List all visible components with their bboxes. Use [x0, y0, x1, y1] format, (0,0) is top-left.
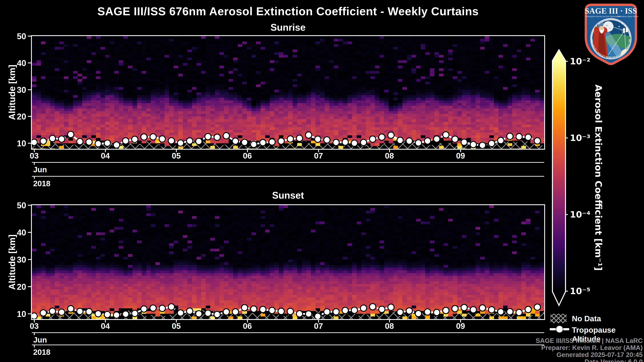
month-label: Jun: [33, 165, 47, 174]
month-axis-line: [32, 332, 544, 333]
colorbar: [548, 45, 573, 310]
credit-data-version: Data Version: 6.0.0: [458, 358, 643, 362]
ytick-label: 10: [0, 309, 26, 319]
credit-preparer: Preparer: Kevin R. Leavor (AMA): [458, 344, 643, 351]
ytick-label: 50: [0, 201, 26, 210]
ytick-label: 40: [0, 58, 26, 68]
ytick-label: 50: [0, 31, 26, 41]
ytick: [28, 232, 31, 233]
ytick-label: 20: [0, 282, 26, 292]
ytick: [28, 259, 31, 260]
xtick-label: 07: [307, 322, 330, 331]
sunrise-heatmap-panel: [31, 35, 545, 150]
credit-generated: Generated 2025-07-17 20:45: [458, 351, 643, 358]
credits-block: SAGE III/ISS Mission | NASA LaRC Prepare…: [458, 337, 643, 362]
year-axis-line: [32, 176, 544, 177]
logo-moon-crater: [606, 24, 608, 27]
ytick: [28, 205, 31, 206]
xtick-label: 03: [22, 151, 46, 160]
ytick: [28, 313, 31, 314]
xtick-label: 06: [236, 151, 259, 160]
sunrise-heatmap-canvas: [32, 36, 544, 149]
xtick-label: 07: [307, 151, 330, 160]
ytick: [28, 143, 31, 144]
no-data-hatch-swatch: [550, 314, 566, 323]
year-axis-tick: [34, 345, 35, 348]
ytick: [28, 116, 31, 117]
figure-title: SAGE III/ISS 676nm Aerosol Extinction Co…: [32, 5, 544, 18]
xtick-label: 08: [378, 151, 401, 160]
ytick: [28, 36, 31, 36]
xtick-label: 09: [449, 322, 472, 331]
ytick: [28, 89, 31, 90]
xtick-label: 05: [164, 322, 188, 331]
tropopause-marker-swatch: [556, 326, 563, 333]
sage-iii-iss-logo: SAGE III · ISS Stratospheric Aerosol and…: [582, 2, 640, 65]
xtick-label: 03: [22, 322, 46, 331]
panel-title-sunset: Sunset: [32, 190, 544, 201]
logo-title: SAGE III · ISS: [585, 6, 637, 15]
year-label: 2018: [33, 179, 50, 188]
logo-moon-crater: [609, 27, 611, 29]
tropopause-line-swatch: [563, 328, 569, 330]
sunset-heatmap-canvas: [32, 205, 544, 319]
ytick: [28, 62, 31, 63]
ytick-label: 30: [0, 85, 26, 95]
ytick-label: 30: [0, 255, 26, 265]
xtick-label: 09: [449, 151, 472, 160]
logo-subtitle-left: Stratospheric Aerosol and Gas Experiment…: [586, 15, 620, 17]
no-data-legend-label: No Data: [572, 314, 601, 323]
ytick-label: 40: [0, 228, 26, 238]
ytick-label: 20: [0, 112, 26, 121]
sunset-heatmap-panel: [31, 204, 545, 320]
xtick-label: 05: [164, 151, 188, 160]
xtick-label: 04: [94, 322, 117, 331]
ytick-label: 10: [0, 139, 26, 148]
credit-mission: SAGE III/ISS Mission | NASA LaRC: [458, 337, 643, 344]
month-axis-line: [32, 162, 544, 163]
xtick-label: 04: [94, 151, 117, 160]
panel-title-sunrise: Sunrise: [32, 22, 544, 33]
ytick: [28, 286, 31, 287]
xtick-label: 06: [236, 322, 259, 331]
year-axis-tick: [34, 177, 35, 179]
month-label: Jun: [33, 335, 47, 345]
tropopause-line-swatch: [550, 328, 556, 330]
colorbar-axis-label: Aerosol Extinction Coefficient [km⁻¹]: [585, 45, 604, 310]
month-axis-tick: [34, 163, 35, 165]
year-label: 2018: [33, 348, 50, 357]
logo-subtitle-right: International Space Station: [617, 15, 638, 17]
month-axis-tick: [34, 333, 35, 335]
xtick-label: 08: [378, 322, 401, 331]
